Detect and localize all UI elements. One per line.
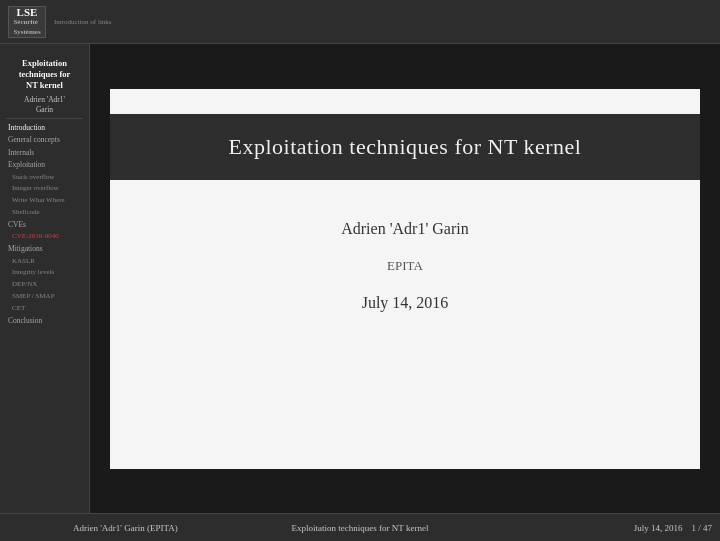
sidebar-item-cves[interactable]: CVEs <box>6 219 83 232</box>
sidebar-item-smep-smap[interactable]: SMEP / SMAP <box>6 291 83 303</box>
body-wrapper: Exploitation techniques for NT kernel Ad… <box>0 44 720 513</box>
sidebar-item-cet[interactable]: CET <box>6 303 83 315</box>
sidebar-item-kaslr[interactable]: KASLR <box>6 256 83 268</box>
sidebar-item-stack-overflow[interactable]: Stack overflow <box>6 172 83 184</box>
footer-title: Exploitation techniques for NT kernel <box>243 523 478 533</box>
logo-subtitle: Sécurité Systèmes <box>13 18 40 36</box>
sidebar-item-integer-overflow[interactable]: Integer overflow <box>6 183 83 195</box>
slide-date: July 14, 2016 <box>362 294 449 312</box>
sidebar: Exploitation techniques for NT kernel Ad… <box>0 44 90 513</box>
sidebar-author: Adrien 'Adr1' Garin <box>6 95 83 115</box>
footer-author: Adrien 'Adr1' Garin (EPITA) <box>8 523 243 533</box>
footer-page: 1 / 47 <box>692 523 713 533</box>
logo-area: LSE Sécurité Systèmes <box>8 6 46 38</box>
slide-title: Exploitation techniques for NT kernel <box>229 134 582 160</box>
sidebar-item-internals[interactable]: Internals <box>6 147 83 160</box>
sidebar-divider-1 <box>6 118 83 119</box>
sidebar-item-mitigations[interactable]: Mitigations <box>6 243 83 256</box>
sidebar-item-dep-nx[interactable]: DEP/NX <box>6 279 83 291</box>
slide-body: Adrien 'Adr1' Garin EPITA July 14, 2016 <box>341 220 469 312</box>
slide-frame: Exploitation techniques for NT kernel Ad… <box>110 89 700 469</box>
sidebar-item-general-concepts[interactable]: General concepts <box>6 134 83 147</box>
sidebar-item-exploitation[interactable]: Exploitation <box>6 159 83 172</box>
sidebar-item-introduction[interactable]: Introduction <box>6 122 83 135</box>
nav-path: Introduction of links <box>54 18 112 26</box>
footer-bar: Adrien 'Adr1' Garin (EPITA) Exploitation… <box>0 513 720 541</box>
slide-institution: EPITA <box>387 258 423 274</box>
footer-date: July 14, 2016 <box>634 523 683 533</box>
app-window: LSE Sécurité Systèmes Introduction of li… <box>0 0 720 541</box>
slide-title-banner: Exploitation techniques for NT kernel <box>110 114 700 180</box>
lse-logo: LSE Sécurité Systèmes <box>8 6 46 38</box>
slide-author: Adrien 'Adr1' Garin <box>341 220 469 238</box>
sidebar-item-cve-2016[interactable]: CVE-2016-0040 <box>6 231 83 243</box>
slide-container: Exploitation techniques for NT kernel Ad… <box>90 44 720 513</box>
top-bar: LSE Sécurité Systèmes Introduction of li… <box>0 0 720 44</box>
logo-letters: LSE <box>17 6 38 18</box>
footer-date-page: July 14, 2016 1 / 47 <box>477 523 712 533</box>
sidebar-main-title: Exploitation techniques for NT kernel <box>6 58 83 91</box>
sidebar-item-shellcode[interactable]: Shellcode <box>6 207 83 219</box>
sidebar-item-conclusion[interactable]: Conclusion <box>6 315 83 328</box>
sidebar-item-write-what-where[interactable]: Write What Where <box>6 195 83 207</box>
sidebar-item-integrity-levels[interactable]: Integrity levels <box>6 267 83 279</box>
